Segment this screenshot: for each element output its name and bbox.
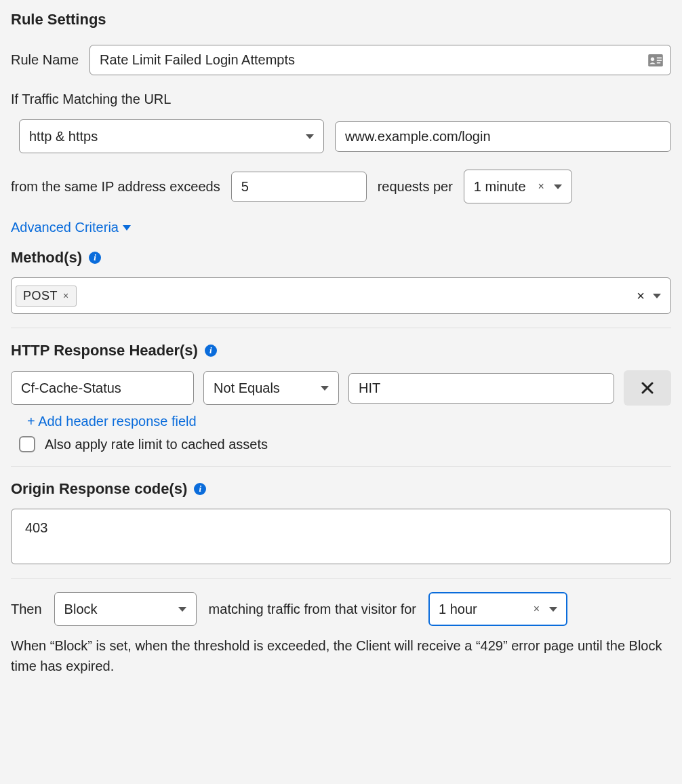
svg-rect-2 <box>657 57 662 58</box>
duration-select-value: 1 hour <box>439 602 477 617</box>
advanced-criteria-label: Advanced Criteria <box>11 220 119 235</box>
chevron-down-icon <box>549 607 557 612</box>
chevron-down-icon <box>178 607 186 612</box>
action-select-value: Block <box>64 602 98 617</box>
period-select-value: 1 minute <box>474 179 526 195</box>
block-help-text: When “Block” is set, when the threshold … <box>11 635 671 676</box>
url-input[interactable] <box>335 121 671 152</box>
clear-all-icon[interactable]: × <box>637 288 645 304</box>
then-label: Then <box>11 602 42 617</box>
from-ip-label: from the same IP address exceeds <box>11 179 220 195</box>
info-icon[interactable]: i <box>194 483 206 495</box>
chevron-down-icon <box>653 294 661 298</box>
header-operator-select[interactable]: Not Equals <box>203 371 339 405</box>
scheme-select[interactable]: http & https <box>19 119 324 153</box>
requests-per-label: requests per <box>378 179 453 195</box>
rule-name-label: Rule Name <box>11 52 79 68</box>
method-tag-label: POST <box>23 289 58 303</box>
cached-assets-label: Also apply rate limit to cached assets <box>45 437 268 452</box>
duration-select[interactable]: 1 hour × <box>428 592 567 626</box>
header-value-input[interactable] <box>348 373 614 404</box>
chevron-down-icon <box>123 225 131 231</box>
cached-assets-checkbox[interactable] <box>19 436 35 452</box>
close-icon <box>641 382 654 394</box>
info-icon[interactable]: i <box>89 252 101 264</box>
advanced-criteria-toggle[interactable]: Advanced Criteria <box>11 220 131 235</box>
response-header-heading: HTTP Response Header(s) <box>11 342 198 359</box>
header-name-value: Cf-Cache-Status <box>21 380 121 396</box>
info-icon[interactable]: i <box>205 345 217 357</box>
page-heading: Rule Settings <box>11 11 671 28</box>
remove-tag-icon[interactable]: × <box>63 290 69 301</box>
methods-multiselect[interactable]: POST × × <box>11 277 671 314</box>
clear-icon[interactable]: × <box>534 180 548 193</box>
origin-codes-input[interactable]: 403 <box>11 509 671 564</box>
period-select[interactable]: 1 minute × <box>464 170 572 203</box>
header-name-select[interactable]: Cf-Cache-Status <box>11 371 194 405</box>
method-tag: POST × <box>16 286 77 307</box>
matching-traffic-label: matching traffic from that visitor for <box>209 602 416 617</box>
chevron-down-icon <box>554 184 562 189</box>
scheme-select-value: http & https <box>29 129 98 144</box>
svg-point-1 <box>651 57 654 60</box>
id-card-icon <box>648 54 663 66</box>
svg-rect-4 <box>657 62 660 63</box>
remove-header-button[interactable] <box>624 370 671 406</box>
traffic-matching-label: If Traffic Matching the URL <box>11 92 671 107</box>
svg-rect-3 <box>657 60 662 61</box>
chevron-down-icon <box>306 134 314 139</box>
clear-icon[interactable]: × <box>529 603 544 615</box>
add-header-link[interactable]: + Add header response field <box>27 414 197 429</box>
action-select[interactable]: Block <box>54 592 197 626</box>
rule-name-input[interactable] <box>89 45 671 75</box>
origin-codes-heading: Origin Response code(s) <box>11 480 187 498</box>
threshold-input[interactable] <box>231 172 367 202</box>
header-operator-value: Not Equals <box>214 380 280 396</box>
chevron-down-icon <box>321 386 329 391</box>
methods-heading: Method(s) <box>11 249 82 267</box>
